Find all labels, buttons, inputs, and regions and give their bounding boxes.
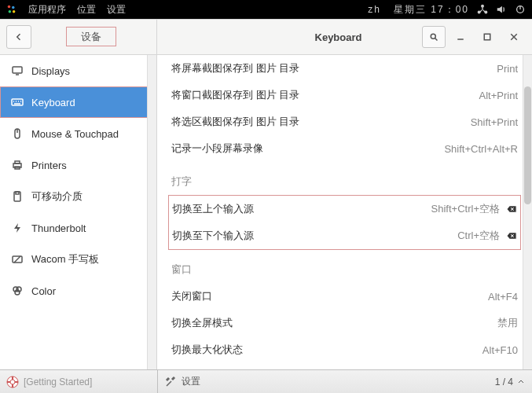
shortcut-row[interactable]: 切换至上个输入源Shift+Ctrl+空格 xyxy=(172,196,517,222)
workspace-menu-icon[interactable] xyxy=(518,379,524,385)
shortcut-row[interactable]: 将窗口截图保存到 图片 目录Alt+Print xyxy=(171,82,518,108)
sidebar-icon xyxy=(11,64,24,77)
sidebar-item-displays[interactable]: Displays xyxy=(0,55,156,86)
shortcut-value: Alt+F4 xyxy=(488,291,518,303)
maximize-button[interactable] xyxy=(475,26,499,48)
shortcut-row[interactable]: 切换至下个输入源Ctrl+空格 xyxy=(172,222,517,249)
shortcut-row[interactable]: 切换全屏模式禁用 xyxy=(171,310,518,336)
panel-title: 设备 xyxy=(31,30,150,44)
shortcut-label: 将窗口截图保存到 图片 目录 xyxy=(171,88,299,102)
shortcut-label: 切换全屏模式 xyxy=(171,316,233,330)
shortcut-value: Ctrl+空格 xyxy=(457,229,517,243)
activities-logo xyxy=(6,4,17,15)
sidebar-item-label: Wacom 手写板 xyxy=(31,252,99,266)
svg-point-1 xyxy=(12,6,15,9)
right-header: Keyboard xyxy=(157,20,532,55)
sidebar-icon xyxy=(11,285,24,297)
menu-places[interactable]: 位置 xyxy=(77,3,96,17)
sidebar-icon xyxy=(11,222,24,234)
power-icon[interactable] xyxy=(515,4,526,15)
help-icon[interactable] xyxy=(6,376,19,388)
svg-point-23 xyxy=(10,380,15,384)
bottom-panel: [Getting Started] 设置 1 / 4 xyxy=(0,369,532,393)
settings-window: 设备 DisplaysKeyboardMouse & TouchpadPrint… xyxy=(0,19,532,369)
backspace-icon[interactable] xyxy=(506,230,517,241)
sidebar-item-color[interactable]: Color xyxy=(0,275,156,307)
search-button[interactable] xyxy=(422,26,446,48)
svg-point-2 xyxy=(9,10,12,13)
menu-apps[interactable]: 应用程序 xyxy=(28,3,66,17)
shortcut-list: 将屏幕截图保存到 图片 目录Print将窗口截图保存到 图片 目录Alt+Pri… xyxy=(157,55,532,369)
sidebar-item-label: Printers xyxy=(31,160,67,171)
sidebar-item-label: Color xyxy=(31,285,56,297)
taskbar-item-settings[interactable]: 设置 xyxy=(182,375,200,388)
left-header: 设备 xyxy=(0,20,156,55)
section-window: 窗口 xyxy=(171,250,518,283)
svg-point-20 xyxy=(431,34,435,39)
sidebar-item-keyboard[interactable]: Keyboard xyxy=(0,86,156,118)
network-icon[interactable] xyxy=(477,4,488,15)
svg-rect-8 xyxy=(13,67,22,73)
shortcut-value: Shift+Ctrl+Alt+R xyxy=(444,143,518,155)
sidebar-item-label: 可移动介质 xyxy=(31,189,83,204)
shortcut-value: Shift+Print xyxy=(471,116,518,128)
sidebar-icon xyxy=(11,127,24,140)
highlighted-group: 切换至上个输入源Shift+Ctrl+空格 切换至下个输入源Ctrl+空格 xyxy=(168,195,521,250)
shortcut-row[interactable]: 切换最大化状态Alt+F10 xyxy=(171,336,518,363)
sidebar-icon xyxy=(11,159,24,171)
sidebar-icon xyxy=(11,96,24,108)
shortcut-value: Print xyxy=(497,63,518,75)
sidebar-item-label: Displays xyxy=(31,65,70,77)
minimize-button[interactable] xyxy=(449,26,472,48)
shortcut-value: Alt+F10 xyxy=(482,344,518,356)
shortcut-row[interactable]: 在位于所有或仅一个工作区的窗口间切换禁用 xyxy=(171,363,518,369)
shortcut-row[interactable]: 关闭窗口Alt+F4 xyxy=(171,283,518,310)
sidebar-icon xyxy=(11,190,24,203)
sidebar: DisplaysKeyboardMouse & TouchpadPrinters… xyxy=(0,55,156,369)
shortcut-row[interactable]: 将选区截图保存到 图片 目录Shift+Print xyxy=(171,108,518,135)
back-button[interactable] xyxy=(6,25,31,49)
svg-rect-15 xyxy=(16,192,19,194)
sidebar-item--[interactable]: 可移动介质 xyxy=(0,181,156,212)
sidebar-item-mouse-touchpad[interactable]: Mouse & Touchpad xyxy=(0,118,156,149)
shortcut-label: 切换最大化状态 xyxy=(171,343,243,357)
page-title: Keyboard xyxy=(258,31,419,43)
sidebar-item-label: Thunderbolt xyxy=(31,222,86,234)
left-scrollbar[interactable] xyxy=(147,55,156,369)
section-typing: 打字 xyxy=(171,162,518,195)
left-pane: 设备 DisplaysKeyboardMouse & TouchpadPrint… xyxy=(0,20,157,369)
taskbar-item-help[interactable]: [Getting Started] xyxy=(24,376,92,387)
sidebar-item-label: Keyboard xyxy=(31,97,75,108)
workspace-indicator[interactable]: 1 / 4 xyxy=(495,376,513,387)
volume-icon[interactable] xyxy=(496,4,507,15)
lang-indicator[interactable]: zh xyxy=(368,4,381,15)
sidebar-item-thunderbolt[interactable]: Thunderbolt xyxy=(0,212,156,244)
gnome-topbar: 应用程序 位置 设置 zh 星期三 17：00 xyxy=(0,0,532,19)
shortcut-value: Shift+Ctrl+空格 xyxy=(431,202,517,216)
backspace-icon[interactable] xyxy=(506,204,517,215)
sidebar-item-label: Mouse & Touchpad xyxy=(31,128,119,140)
shortcut-label: 将屏幕截图保存到 图片 目录 xyxy=(171,61,299,75)
svg-point-0 xyxy=(8,6,11,9)
svg-point-3 xyxy=(13,10,16,13)
shortcut-value: 禁用 xyxy=(497,316,518,330)
right-scrollbar[interactable] xyxy=(523,55,532,369)
settings-icon[interactable] xyxy=(164,376,177,388)
sidebar-item-printers[interactable]: Printers xyxy=(0,149,156,181)
sidebar-icon xyxy=(11,253,24,266)
shortcut-label: 将选区截图保存到 图片 目录 xyxy=(171,115,299,129)
close-button[interactable] xyxy=(502,26,526,48)
menu-settings[interactable]: 设置 xyxy=(107,3,126,17)
sidebar-item-wacom-[interactable]: Wacom 手写板 xyxy=(0,244,156,275)
right-pane: Keyboard 将屏幕截图保存到 图片 目录Print将窗口截图保存到 图片 … xyxy=(157,20,532,369)
shortcut-label: 切换至下个输入源 xyxy=(172,229,254,243)
svg-rect-12 xyxy=(15,161,20,163)
shortcut-row[interactable]: 记录一小段屏幕录像Shift+Ctrl+Alt+R xyxy=(171,135,518,162)
shortcut-row[interactable]: 将屏幕截图保存到 图片 目录Print xyxy=(171,55,518,82)
shortcut-label: 记录一小段屏幕录像 xyxy=(171,141,263,156)
shortcut-label: 切换至上个输入源 xyxy=(172,202,254,216)
svg-rect-21 xyxy=(484,34,490,40)
svg-rect-9 xyxy=(12,99,23,105)
svg-rect-14 xyxy=(14,192,20,201)
clock[interactable]: 星期三 17：00 xyxy=(394,4,469,15)
